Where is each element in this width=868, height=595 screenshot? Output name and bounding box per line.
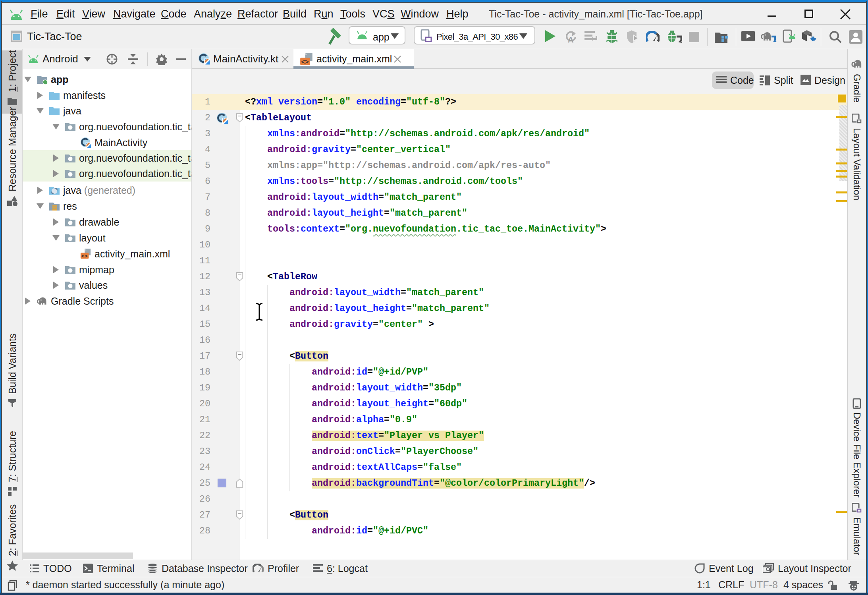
svg-text:<>: <> xyxy=(81,253,88,259)
svg-text:<>: <> xyxy=(301,59,309,66)
svg-text:A: A xyxy=(568,35,573,44)
